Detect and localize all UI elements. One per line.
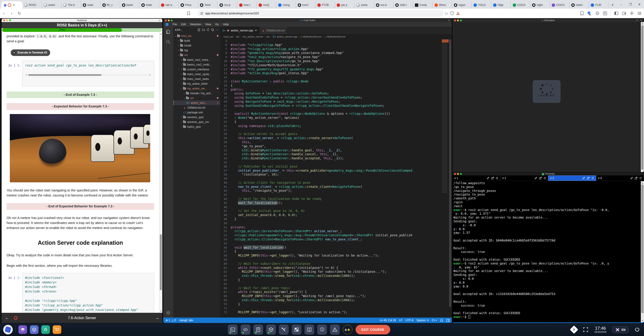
- browser-tab[interactable]: Priva: [179, 1, 198, 9]
- browser-tab[interactable]: The b: [61, 1, 81, 9]
- language-indicator[interactable]: C++: [432, 319, 437, 322]
- rename-terminal-icon[interactable]: [534, 177, 537, 179]
- close-tab-icon[interactable]: ✕: [255, 29, 257, 32]
- tree-item-cmakelists-txt[interactable]: ▲CMakeLists.txt: [173, 105, 220, 110]
- browser-tab[interactable]: marin: [570, 1, 589, 9]
- traffic-lights[interactable]: [165, 19, 172, 21]
- tree-item-install[interactable]: ›install: [173, 43, 220, 48]
- back-icon[interactable]: ‹: [0, 11, 8, 16]
- tree-item-action-serv-[interactable]: C+action_serv...1: [173, 100, 220, 105]
- shield-icon[interactable]: [450, 11, 454, 15]
- restart-terminal-icon[interactable]: [496, 177, 498, 179]
- triangle-extension-icon[interactable]: [456, 12, 460, 15]
- open-terminal-external-icon[interactable]: [539, 177, 542, 179]
- cursor-position[interactable]: Ln 45, Col 26: [380, 319, 396, 322]
- fullscreen-icon[interactable]: [583, 327, 588, 332]
- search-icon[interactable]: [166, 39, 171, 44]
- translate-icon[interactable]: A: [587, 11, 592, 16]
- reload-icon[interactable]: ↻: [448, 19, 450, 22]
- tree-item-log[interactable]: ›log: [173, 48, 220, 53]
- tree-item-include-my-acti-[interactable]: ⌄include / my_acti...: [173, 91, 220, 96]
- terminal-tab-2[interactable]: # 2: [500, 175, 548, 181]
- menu-edit[interactable]: Edit: [181, 23, 186, 26]
- problems-indicator[interactable]: ⊗ 1 △ 0: [166, 319, 176, 322]
- browser-tab[interactable]: FLIR: [589, 1, 608, 9]
- more-actions-icon[interactable]: ⋯: [216, 28, 218, 31]
- restart-terminal-icon[interactable]: [640, 177, 642, 179]
- browser-tab[interactable]: Comp: [413, 1, 433, 9]
- close-button[interactable]: ✕: [635, 3, 644, 6]
- new-tab-button[interactable]: +: [609, 2, 616, 8]
- simulations-app-icon[interactable]: [30, 325, 38, 334]
- tree-item-services-quiz[interactable]: ›services_quiz: [173, 115, 220, 120]
- breadcrumb-item[interactable]: src: [266, 35, 270, 38]
- terminal-tool-button[interactable]: [228, 325, 237, 335]
- browser-tab[interactable]: ros2/: [296, 1, 316, 9]
- open-terminal-external-icon[interactable]: [587, 177, 590, 179]
- tree-item-basics-ros2-multi-[interactable]: ›basics_ros2_multi...: [173, 62, 220, 67]
- tree-item-src[interactable]: ⌄src: [173, 53, 220, 57]
- sidebar-toggle-icon[interactable]: [614, 11, 618, 16]
- layout-tool-button[interactable]: [292, 325, 301, 335]
- prev-unit-arrow[interactable]: ←: [2, 316, 12, 320]
- cell-code[interactable]: ros2 action send_goal /go_to_pose leo_de…: [22, 61, 154, 87]
- execute-in-terminal-button[interactable]: Execute in Terminal #3: [11, 49, 50, 56]
- rename-terminal-icon[interactable]: [487, 177, 489, 179]
- next-unit-arrow[interactable]: →: [152, 316, 162, 320]
- tree-item-ros2-ws[interactable]: ⌄ros2_ws: [173, 33, 220, 38]
- settings-gear-icon[interactable]: [166, 310, 171, 315]
- rewards-sparkle-icon[interactable]: [630, 11, 634, 16]
- cube-tool-button[interactable]: [266, 325, 276, 335]
- menu-help[interactable]: Help: [223, 23, 229, 26]
- menu-icon[interactable]: [637, 11, 642, 16]
- construct-logo[interactable]: [3, 325, 13, 335]
- tree-item-my-action-ser-[interactable]: ⌄my_action_ser...: [173, 86, 220, 91]
- breadcrumb-item[interactable]: ◇ MyActionServer: [324, 35, 346, 38]
- tree-item-services-quiz-srv[interactable]: ›services_quiz_srv: [173, 120, 220, 124]
- browser-tab[interactable]: ROS2: [22, 1, 42, 9]
- panel-layout-icon[interactable]: [446, 319, 450, 322]
- menu-view[interactable]: View: [205, 23, 211, 26]
- browser-tab[interactable]: Wires: [433, 1, 452, 9]
- browser-tab[interactable]: Terei: [198, 1, 218, 9]
- browser-tab[interactable]: how t: [237, 1, 257, 9]
- browser-tab[interactable]: ros2j: [257, 1, 276, 9]
- browser-tab[interactable]: reals: [81, 1, 100, 9]
- browser-tab[interactable]: YOLO: [472, 1, 491, 9]
- menu-selection[interactable]: Selection: [190, 23, 201, 26]
- open-terminal-external-icon[interactable]: [635, 177, 638, 179]
- tab-close-icon[interactable]: ✕: [12, 3, 16, 6]
- breadcrumb-item[interactable]: ros2_ws: [224, 35, 233, 38]
- collapse-all-icon[interactable]: [211, 28, 214, 31]
- sidepanel-open-icon[interactable]: ▷: [446, 11, 448, 15]
- tree-item-src[interactable]: ⌄src: [173, 96, 220, 100]
- breadcrumb-item[interactable]: C+ action_server.cpp: [273, 35, 297, 38]
- open-external-icon[interactable]: ⧉: [159, 19, 160, 22]
- browser-tab[interactable]: ros-p: [218, 1, 237, 9]
- encoding-indicator[interactable]: UTF-8: [406, 319, 413, 322]
- restart-terminal-icon[interactable]: [544, 177, 546, 179]
- url-text[interactable]: app.theconstruct.ai/desktop/course/325: [205, 12, 259, 15]
- tree-item-build[interactable]: ›build: [173, 38, 220, 43]
- clangd-status[interactable]: clangd: idle: [179, 319, 193, 322]
- warning-tool-button[interactable]: [330, 325, 340, 335]
- restart-terminal-icon[interactable]: [592, 177, 594, 179]
- terminal-tab-1[interactable]: # 1: [452, 175, 500, 181]
- refresh-icon[interactable]: [206, 28, 210, 31]
- maximize-button[interactable]: ❐: [626, 3, 635, 6]
- browser-tab[interactable]: fcabr: [140, 1, 159, 9]
- tree-item-basic-ros2-extra-[interactable]: ›basic_ros2_extra...: [173, 57, 220, 62]
- brain-tool-button[interactable]: [317, 325, 327, 335]
- code-area[interactable]: 5 6#include "rclcpp/rclcpp.hpp"7#include…: [220, 39, 452, 318]
- editor-tab-action_server.cpp[interactable]: C+action_server.cpp✕: [220, 27, 260, 34]
- search-tabs-icon[interactable]: [603, 11, 607, 16]
- minimize-button[interactable]: –: [617, 3, 626, 6]
- terminal-output[interactable]: /follow_waypoints/go_to_pose/navigate_th…: [454, 181, 640, 322]
- traffic-lights[interactable]: [454, 173, 462, 175]
- tree-item-mars-rover-tasks[interactable]: ›mars_rover_tasks: [173, 76, 220, 81]
- tools-tool-button[interactable]: [279, 325, 288, 335]
- rename-terminal-icon[interactable]: [630, 177, 633, 179]
- tree-item-package-xml[interactable]: ❬❭package.xml: [173, 110, 220, 115]
- breadcrumb-item[interactable]: src: [236, 35, 240, 38]
- reload-sim-icon[interactable]: ↻: [640, 19, 642, 22]
